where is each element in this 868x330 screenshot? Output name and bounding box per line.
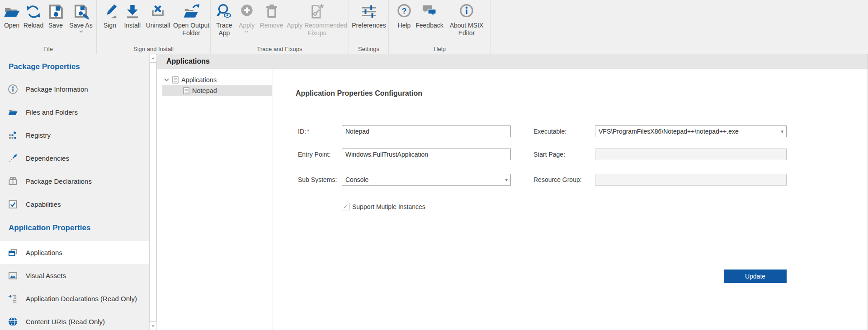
save-button[interactable]: Save [45, 0, 66, 29]
apply-button[interactable]: Apply [236, 0, 258, 33]
scrollbar-thumb[interactable] [150, 62, 156, 322]
entry-point-label: Entry Point: [298, 149, 330, 160]
info-circle-icon [8, 84, 18, 94]
tree-item-applications-label: Applications [181, 76, 217, 84]
application-properties-form: Application Properties Configuration ID:… [273, 69, 868, 330]
update-button[interactable]: Update [724, 270, 787, 283]
required-asterisk: * [307, 128, 309, 135]
ribbon-toolbar: Open Reload Save Save As File [0, 0, 868, 54]
feedback-button[interactable]: Feedback [415, 0, 444, 29]
ribbon-group-file: Open Reload Save Save As File [0, 0, 97, 54]
scrollbar-up-arrow-icon[interactable]: ▲ [150, 54, 156, 62]
sidebar-item-package-information[interactable]: Package Information [0, 78, 149, 101]
resource-group-input [595, 174, 787, 186]
save-icon [47, 3, 65, 20]
ribbon-group-sign-and-install-label: Sign and Install [97, 46, 210, 52]
sidebar-item-content-uris[interactable]: Content URIs (Read Only) [0, 310, 149, 330]
sidebar-item-applications[interactable]: Applications [0, 241, 149, 264]
open-output-folder-button[interactable]: Open Output Folder [172, 0, 210, 37]
remove-button[interactable]: Remove [259, 0, 285, 29]
registry-grid-icon [8, 130, 18, 140]
install-arrow-icon [123, 3, 142, 20]
sub-systems-combobox[interactable]: Console ▾ [342, 174, 511, 186]
content-area: Package Properties Package Information F… [0, 54, 868, 330]
navigation-sidebar: Package Properties Package Information F… [0, 54, 149, 330]
app-window-icon [8, 247, 18, 258]
save-as-icon [72, 3, 90, 20]
package-properties-header: Package Properties [0, 54, 149, 78]
uninstall-button[interactable]: Uninstall [145, 0, 172, 29]
ribbon-group-settings: Preferences Settings [349, 0, 389, 54]
sub-systems-label: Sub Systems: [298, 174, 337, 186]
globe-icon [8, 316, 18, 327]
executable-combobox[interactable]: VFS\ProgramFilesX86\Notepad++\notepad++.… [595, 125, 787, 137]
apply-button-label: Apply [239, 22, 255, 29]
feedback-button-label: Feedback [415, 22, 443, 29]
ribbon-group-help: ? Help Feedback About MSIX Editor Help [389, 0, 491, 54]
open-button[interactable]: Open [2, 0, 22, 29]
sidebar-item-registry[interactable]: Registry [0, 124, 149, 147]
document-icon [183, 87, 189, 94]
sign-button-label: Sign [104, 22, 116, 29]
ribbon-group-trace-and-fixups: Trace App Apply Remove Apply Recommended… [211, 0, 349, 54]
apply-plus-icon [238, 3, 256, 20]
trace-app-button[interactable]: Trace App [213, 0, 235, 37]
chevron-down-icon [79, 30, 83, 33]
svg-text:?: ? [402, 6, 407, 15]
install-button-label: Install [124, 22, 141, 29]
help-button[interactable]: ? Help [394, 0, 414, 29]
gift-icon [8, 176, 18, 186]
dependencies-arrow-icon [8, 153, 18, 163]
preferences-sliders-icon [360, 3, 378, 20]
sidebar-item-application-declarations[interactable]: Application Declarations (Read Only) [0, 287, 149, 310]
ribbon-group-sign-and-install: Sign Install Uninstall Open Output Folde… [97, 0, 211, 54]
msix-editor-window: Open Reload Save Save As File [0, 0, 868, 330]
start-page-input [595, 149, 787, 160]
save-as-button-label: Save As [69, 22, 92, 29]
ribbon-group-settings-label: Settings [349, 46, 388, 52]
tree-item-notepad[interactable]: Notepad [162, 85, 272, 96]
about-info-icon [458, 3, 476, 20]
image-icon [8, 270, 18, 281]
applications-tree-panel: Applications Notepad [157, 69, 273, 330]
install-button[interactable]: Install [121, 0, 144, 29]
entry-point-input[interactable] [342, 149, 511, 160]
chevron-down-icon[interactable] [164, 78, 169, 82]
remove-button-label: Remove [260, 22, 283, 29]
preferences-button[interactable]: Preferences [351, 0, 387, 29]
page-header: Applications [157, 54, 868, 69]
sidebar-scrollbar[interactable]: ▲ ▼ [149, 54, 157, 330]
trace-app-button-label: Trace App [213, 22, 235, 37]
sidebar-item-capabilities[interactable]: Capabilities [0, 193, 149, 216]
reload-button[interactable]: Reload [23, 0, 44, 29]
ribbon-group-help-label: Help [389, 46, 491, 52]
dropdown-arrow-icon: ▾ [505, 176, 508, 183]
start-page-label: Start Page: [533, 149, 565, 160]
checkbox-checkmark-icon[interactable]: ✓ [342, 203, 349, 210]
page-title: Applications [157, 54, 868, 68]
id-input[interactable] [342, 125, 511, 137]
uninstall-icon [149, 3, 167, 20]
scrollbar-down-arrow-icon[interactable]: ▼ [150, 322, 156, 330]
support-multiple-instances-label: Support Mutiple Instances [352, 203, 425, 210]
save-button-label: Save [48, 22, 63, 29]
sidebar-item-files-and-folders[interactable]: Files and Folders [0, 101, 149, 124]
apply-recommended-fixups-button[interactable]: Apply Recommended Fixups [285, 0, 349, 37]
open-folder-icon [3, 3, 21, 20]
sign-button[interactable]: Sign [99, 0, 120, 29]
document-icon [172, 76, 179, 84]
open-button-label: Open [4, 22, 19, 29]
open-output-folder-icon [182, 3, 200, 20]
sidebar-item-dependencies[interactable]: Dependencies [0, 147, 149, 170]
tree-item-applications[interactable]: Applications [157, 74, 273, 85]
open-output-folder-button-label: Open Output Folder [172, 22, 210, 37]
about-msix-editor-button[interactable]: About MSIX Editor [445, 0, 488, 37]
feedback-bubbles-icon [420, 3, 439, 20]
help-question-icon: ? [395, 3, 413, 20]
resource-group-label: Resource Group: [533, 174, 582, 186]
support-multiple-instances-checkbox[interactable]: ✓ Support Mutiple Instances [342, 203, 425, 210]
apply-recommended-fixups-button-label: Apply Recommended Fixups [285, 22, 349, 37]
save-as-button[interactable]: Save As [67, 0, 95, 33]
sidebar-item-visual-assets[interactable]: Visual Assets [0, 264, 149, 287]
sidebar-item-package-declarations[interactable]: Package Declarations [0, 170, 149, 193]
